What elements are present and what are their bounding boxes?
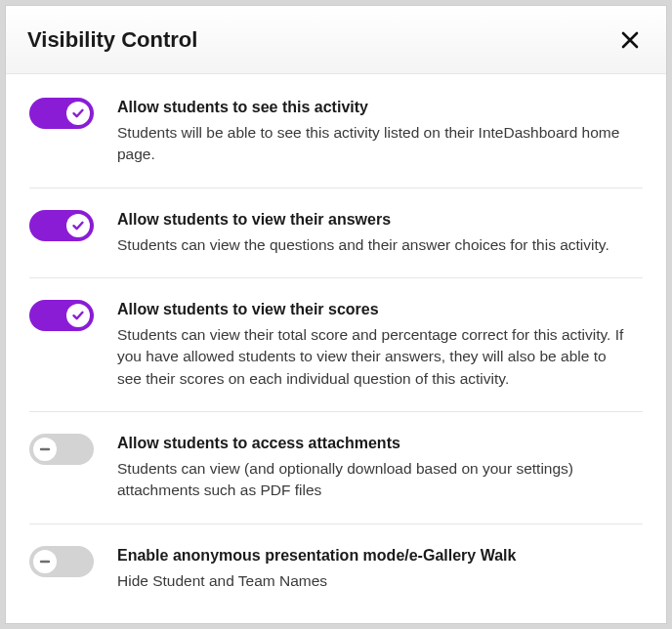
toggle-view-scores[interactable] bbox=[29, 300, 94, 331]
settings-list: Allow students to see this activity Stud… bbox=[6, 74, 666, 592]
setting-access-attachments: Allow students to access attachments Stu… bbox=[29, 412, 643, 524]
visibility-control-dialog: Visibility Control Allow students to see… bbox=[6, 6, 666, 623]
setting-title: Allow students to view their scores bbox=[117, 300, 643, 320]
setting-view-answers: Allow students to view their answers Stu… bbox=[29, 189, 643, 278]
dialog-header: Visibility Control bbox=[6, 6, 666, 74]
minus-icon bbox=[33, 438, 57, 461]
setting-description: Hide Student and Team Names bbox=[117, 570, 625, 592]
minus-icon bbox=[33, 550, 57, 573]
setting-text: Enable anonymous presentation mode/e-Gal… bbox=[117, 546, 643, 592]
checkmark-icon bbox=[66, 214, 90, 237]
setting-text: Allow students to access attachments Stu… bbox=[117, 434, 643, 502]
close-button[interactable] bbox=[615, 25, 645, 55]
setting-description: Students will be able to see this activi… bbox=[117, 122, 625, 166]
toggle-access-attachments[interactable] bbox=[29, 434, 94, 465]
setting-title: Enable anonymous presentation mode/e-Gal… bbox=[117, 546, 643, 566]
checkmark-icon bbox=[66, 102, 90, 125]
toggle-anonymous-mode[interactable] bbox=[29, 546, 94, 577]
setting-description: Students can view (and optionally downlo… bbox=[117, 458, 625, 502]
setting-anonymous-mode: Enable anonymous presentation mode/e-Gal… bbox=[29, 524, 643, 592]
setting-description: Students can view the questions and thei… bbox=[117, 234, 625, 256]
setting-text: Allow students to view their answers Stu… bbox=[117, 210, 643, 256]
toggle-view-answers[interactable] bbox=[29, 210, 94, 241]
close-icon bbox=[621, 31, 639, 49]
toggle-see-activity[interactable] bbox=[29, 98, 94, 129]
checkmark-icon bbox=[66, 304, 90, 327]
setting-see-activity: Allow students to see this activity Stud… bbox=[29, 74, 643, 189]
setting-title: Allow students to access attachments bbox=[117, 434, 643, 454]
setting-title: Allow students to see this activity bbox=[117, 98, 643, 118]
setting-text: Allow students to view their scores Stud… bbox=[117, 300, 643, 390]
setting-text: Allow students to see this activity Stud… bbox=[117, 98, 643, 166]
setting-view-scores: Allow students to view their scores Stud… bbox=[29, 278, 643, 412]
dialog-title: Visibility Control bbox=[27, 27, 197, 53]
setting-title: Allow students to view their answers bbox=[117, 210, 643, 231]
setting-description: Students can view their total score and … bbox=[117, 324, 625, 390]
